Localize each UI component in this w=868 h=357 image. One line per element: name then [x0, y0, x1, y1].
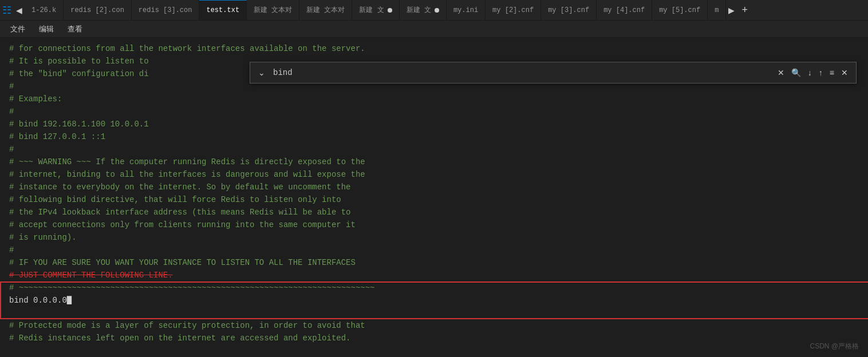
editor-line: # Examples: — [9, 93, 868, 105]
modified-indicator — [388, 8, 392, 13]
search-options-button[interactable]: ≡ — [826, 66, 838, 80]
menu-file[interactable]: 文件 — [5, 23, 31, 35]
tab-12[interactable]: my [4].cnf — [597, 0, 652, 21]
editor-line: # is running). — [9, 231, 868, 244]
tab-label: my [4].cnf — [603, 6, 645, 14]
tab-14[interactable]: m — [708, 0, 726, 21]
editor-line: # ~~~ WARNING ~~~ If the computer runnin… — [9, 156, 868, 168]
tab-9[interactable]: my.ini — [447, 0, 486, 21]
editor-line: # — [9, 105, 868, 118]
tab-label: 新建 文 — [359, 5, 384, 15]
editor-line: # — [9, 244, 868, 256]
editor-line: # bind 192.168.1.100 10.0.0.1 — [9, 118, 868, 130]
menu-bar: 文件 编辑 查看 — [0, 21, 868, 38]
editor-line: # following bind directive, that will fo… — [9, 193, 868, 206]
tab-label: 新建 文本对 — [254, 5, 292, 15]
search-prev-button[interactable]: ↑ — [815, 66, 826, 80]
tab-label: test.txt — [206, 6, 239, 14]
add-tab-button[interactable]: + — [737, 4, 752, 16]
editor-line: # Protected mode is a layer of security … — [9, 319, 868, 332]
search-collapse-button[interactable]: ⌄ — [255, 67, 269, 78]
tab-label: 新建 文本对 — [306, 5, 345, 15]
editor-line: # IF YOU ARE SURE YOU WANT YOUR INSTANCE… — [9, 256, 868, 269]
bind-line[interactable]: bind 0.0.0.0█ — [9, 294, 868, 307]
search-clear-button[interactable]: ✕ — [774, 66, 788, 80]
tab-bar: ☷ ◀ 1-26.k redis [2].con redis [3].con t… — [0, 0, 868, 21]
editor-line: # Redis instances left open on the inter… — [9, 332, 868, 344]
tab-label: my [5].cnf — [659, 6, 700, 14]
modified-indicator — [435, 8, 439, 13]
tab-label: m — [715, 6, 719, 14]
tab-label: redis [2].con — [70, 6, 124, 14]
editor-line-empty — [9, 307, 868, 319]
highlight-region: # ~~~~~~~~~~~~~~~~~~~~~~~~~~~~~~~~~~~~~~… — [9, 281, 868, 319]
editor-line-strikethrough: # JUST COMMENT THE FOLLOWING LINE. — [9, 269, 868, 281]
menu-view[interactable]: 查看 — [62, 23, 88, 35]
menu-edit[interactable]: 编辑 — [33, 23, 60, 35]
tab-4[interactable]: test.txt — [199, 0, 247, 21]
search-close-button[interactable]: ✕ — [838, 66, 851, 80]
tab-label: redis [3].con — [139, 6, 192, 14]
tab-5[interactable]: 新建 文本对 — [247, 0, 299, 21]
tab-10[interactable]: my [2].cnf — [486, 0, 541, 21]
search-bar: ⌄ ✕ 🔍 ↓ ↑ ≡ ✕ — [250, 62, 857, 84]
editor-line: # the IPv4 lookback interface address (t… — [9, 206, 868, 219]
tab-6[interactable]: 新建 文本对 — [299, 0, 352, 21]
search-input[interactable] — [269, 68, 774, 77]
tab-1[interactable]: 1-26.k — [25, 0, 64, 21]
tab-13[interactable]: my [5].cnf — [652, 0, 708, 21]
tab-label: 1-26.k — [31, 6, 56, 14]
tab-label: 新建 文 — [407, 5, 431, 15]
tab-11[interactable]: my [3].cnf — [541, 0, 597, 21]
watermark: CSDN @严格格 — [810, 340, 859, 352]
editor-line: # accept connections only from clients r… — [9, 219, 868, 231]
editor-line: # internet, binding to all the interface… — [9, 168, 868, 181]
tab-label: my.ini — [453, 6, 478, 14]
editor-line: # — [9, 143, 868, 156]
tab-2[interactable]: redis [2].con — [64, 0, 132, 21]
app-icon: ☷ — [2, 4, 11, 17]
tab-scroll-right[interactable]: ▶ — [726, 6, 737, 15]
editor-area[interactable]: # for connections from all the network i… — [0, 38, 868, 357]
tab-7[interactable]: 新建 文 — [352, 0, 399, 21]
search-find-button[interactable]: 🔍 — [788, 66, 804, 80]
editor-line: # bind 127.0.0.1 ::1 — [9, 130, 868, 143]
tab-label: my [3].cnf — [548, 6, 589, 14]
tab-3[interactable]: redis [3].con — [132, 0, 200, 21]
editor-line: # instance to everybody on the internet.… — [9, 181, 868, 193]
editor-line: # for connections from all the network i… — [9, 42, 868, 55]
tab-8[interactable]: 新建 文 — [400, 0, 447, 21]
search-next-button[interactable]: ↓ — [804, 66, 815, 80]
editor-line: # ~~~~~~~~~~~~~~~~~~~~~~~~~~~~~~~~~~~~~~… — [9, 281, 868, 294]
tab-scroll-left[interactable]: ◀ — [14, 6, 25, 15]
tab-label: my [2].cnf — [492, 6, 534, 14]
